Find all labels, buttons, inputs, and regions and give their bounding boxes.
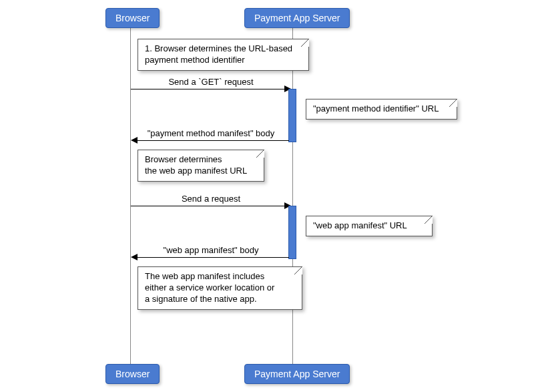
note-wam-contents: The web app manifest includeseither a se… (138, 266, 302, 310)
note-text: Browser determinesthe web app manifest U… (145, 154, 247, 176)
message-wam (137, 257, 289, 258)
note-text: "payment method identifier" URL (313, 104, 439, 114)
participant-label: Browser (115, 13, 150, 23)
arrow-left-icon (131, 254, 138, 260)
message-label-pmm: "payment method manifest" body (131, 128, 291, 138)
note-pmi-url: "payment method identifier" URL (306, 99, 457, 120)
message-get (131, 89, 288, 89)
participant-label: Payment App Server (254, 369, 340, 379)
note-initial: 1. Browser determines the URL-basedpayme… (138, 39, 309, 71)
note-text: The web app manifest includeseither a se… (145, 271, 274, 304)
note-text: 1. Browser determines the URL-basedpayme… (145, 43, 292, 65)
participant-browser-top: Browser (105, 8, 160, 28)
lifeline-server (292, 28, 293, 364)
arrow-left-icon (131, 137, 138, 144)
participant-label: Payment App Server (254, 13, 340, 23)
message-pmm (137, 140, 289, 141)
message-label-req: Send a request (131, 194, 291, 204)
note-text: "web app manifest" URL (313, 220, 407, 230)
participant-server-top: Payment App Server (244, 8, 350, 28)
message-label-get: Send a `GET` request (131, 77, 291, 87)
note-wam-url: "web app manifest" URL (306, 216, 433, 236)
sequence-diagram: { "participants": { "browser": "Browser"… (0, 0, 534, 392)
participant-label: Browser (115, 369, 150, 379)
participant-browser-bottom: Browser (105, 364, 160, 384)
note-wam-url-determine: Browser determinesthe web app manifest U… (138, 150, 264, 182)
participant-server-bottom: Payment App Server (244, 364, 350, 384)
message-label-wam: "web app manifest" body (131, 245, 291, 255)
message-req (131, 206, 288, 206)
